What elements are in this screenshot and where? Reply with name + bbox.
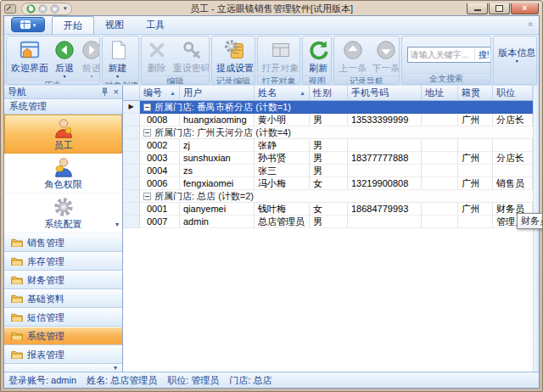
group-row-band: 所属门店: 总店 (计数=2) bbox=[140, 190, 533, 203]
cell-name: 张静 bbox=[255, 139, 310, 152]
group-row[interactable]: ▶所属门店: 番禺市桥分店 (计数=1) bbox=[123, 101, 533, 114]
ribbon-tab-row: ▾ 开始视图工具 « bbox=[4, 16, 539, 35]
column-header-user[interactable]: 用户 bbox=[180, 86, 255, 100]
sidebar-item-system-config[interactable]: 系统配置 bbox=[4, 193, 122, 233]
back-button[interactable]: 后退▾ bbox=[51, 37, 78, 79]
cell-name: 张三 bbox=[255, 165, 310, 177]
open-object-button[interactable]: 打开对象 bbox=[260, 37, 301, 75]
navigation-items: 员工角色权限系统配置▾ bbox=[4, 115, 122, 233]
cell-native-place bbox=[458, 139, 493, 152]
delete-button[interactable]: 删除 bbox=[143, 37, 171, 75]
close-icon: × bbox=[523, 4, 528, 13]
next-button[interactable]: 下一条 bbox=[369, 37, 399, 75]
maximize-button[interactable] bbox=[489, 3, 510, 14]
column-header-native-place[interactable]: 籍贯 bbox=[458, 86, 493, 100]
cell-native-place: 广州 bbox=[458, 203, 493, 216]
search-input[interactable] bbox=[408, 48, 474, 61]
position-tooltip: 财务员 bbox=[517, 213, 543, 229]
full-text-search: 搜! bbox=[404, 37, 492, 72]
commission-settings-button[interactable]: 提成设置 bbox=[214, 37, 255, 75]
qat-customize-caret-icon[interactable]: ▾ bbox=[64, 5, 67, 12]
ribbon-group-view: 刷新视图 bbox=[302, 36, 332, 85]
version-info-button[interactable]: 版本信息▾ bbox=[495, 37, 537, 72]
navigation-close-icon[interactable]: × bbox=[114, 87, 119, 97]
sidebar-item-role-permission[interactable]: 角色权限 bbox=[4, 154, 122, 193]
folder-icon bbox=[11, 276, 23, 285]
ribbon-button-label: 版本信息 bbox=[498, 47, 535, 59]
table-row[interactable]: 0008huangxiaoming黄小明男13533399999广州分店长 bbox=[123, 114, 533, 126]
column-header-address[interactable]: 地址 bbox=[422, 86, 458, 100]
folder-icon bbox=[11, 294, 23, 304]
cell-number: 0001 bbox=[140, 203, 180, 216]
column-header-mobile[interactable]: 手机号码 bbox=[348, 86, 422, 100]
ribbon-group-caption: 对象创建 bbox=[103, 80, 138, 85]
table-row[interactable]: 0003sunshuxian孙书贤男18377777888广州分店长 bbox=[123, 152, 533, 165]
reset-password-button[interactable]: 重设密码 bbox=[171, 37, 210, 75]
refresh-button[interactable]: 刷新 bbox=[305, 37, 332, 75]
collapse-minus-icon[interactable] bbox=[143, 193, 151, 200]
ribbon-group-version: 版本信息▾ bbox=[493, 36, 537, 85]
application-menu-button[interactable]: ▾ bbox=[11, 17, 45, 32]
open-window-icon bbox=[270, 39, 292, 61]
sidebar-group-system-mgmt[interactable]: 系统管理 bbox=[4, 327, 122, 345]
group-row[interactable]: 所属门店: 总店 (计数=2) bbox=[123, 190, 533, 203]
table-row[interactable]: 0002zj张静男 bbox=[123, 139, 533, 152]
ribbon-group-object-create: 新建▾对象创建 bbox=[102, 36, 139, 85]
sidebar-group-sales-mgmt[interactable]: 销售管理 bbox=[4, 233, 122, 252]
navigation-overflow-icon[interactable]: ▾ bbox=[115, 221, 119, 228]
qat-next-icon[interactable] bbox=[50, 4, 59, 14]
sidebar-item-employee[interactable]: 员工 bbox=[4, 115, 122, 154]
sidebar-group-label: 系统管理 bbox=[27, 330, 64, 343]
cell-address bbox=[422, 139, 458, 152]
previous-button[interactable]: 上一条 bbox=[336, 37, 369, 75]
sidebar-group-finance-mgmt[interactable]: 财务管理 bbox=[4, 271, 122, 289]
ribbon-button-label: 打开对象 bbox=[262, 62, 299, 75]
client-area: ▾ 开始视图工具 « 欢迎界面后退▾前进▾历史新建▾对象创建删除重设密码编辑提成… bbox=[3, 15, 540, 389]
folder-icon bbox=[11, 257, 23, 266]
back-arrow-icon bbox=[53, 39, 76, 61]
welcome-button[interactable]: 欢迎界面 bbox=[8, 37, 51, 79]
cell-user: qianyemei bbox=[180, 203, 255, 216]
cell-native-place bbox=[458, 165, 493, 177]
cell-mobile bbox=[348, 216, 422, 228]
gear-icon bbox=[53, 196, 75, 218]
sidebar-group-report-mgmt[interactable]: 报表管理 bbox=[4, 345, 122, 364]
status-item: 姓名: 总店管理员 bbox=[87, 374, 157, 387]
cell-address bbox=[422, 203, 458, 216]
row-indicator-cell bbox=[123, 114, 140, 126]
qat-refresh-icon[interactable] bbox=[26, 4, 36, 14]
pin-icon[interactable] bbox=[100, 87, 109, 97]
tab-view[interactable]: 视图 bbox=[94, 16, 135, 34]
group-row-label: 所属门店: 番禺市桥分店 (计数=1) bbox=[154, 101, 291, 114]
qat-previous-icon[interactable] bbox=[38, 4, 48, 14]
table-row[interactable]: 0006fengxiaomei冯小梅女13219900808广州销售员 bbox=[123, 177, 533, 190]
cell-number: 0008 bbox=[140, 114, 180, 126]
sidebar-group-inventory-mgmt[interactable]: 库存管理 bbox=[4, 252, 122, 271]
grid-header-row: 编号▲用户姓名▲性别手机号码地址籍贯职位 bbox=[123, 86, 533, 101]
collapse-minus-icon[interactable] bbox=[143, 104, 151, 111]
table-row[interactable]: 0007admin总店管理员男管理员 bbox=[123, 216, 533, 228]
ribbon-button-label: 上一条 bbox=[339, 62, 367, 75]
new-button[interactable]: 新建▾ bbox=[104, 37, 132, 79]
sidebar-group-basic-data[interactable]: 基础资料 bbox=[4, 289, 122, 308]
column-header-position[interactable]: 职位 bbox=[493, 86, 533, 100]
tab-tools[interactable]: 工具 bbox=[135, 16, 176, 34]
navigation-footer-chevron-icon[interactable]: ▾ bbox=[114, 364, 117, 372]
sidebar-group-sms-mgmt[interactable]: 短信管理 bbox=[4, 308, 122, 327]
column-header-gender[interactable]: 性别 bbox=[310, 86, 348, 100]
column-header-number[interactable]: 编号▲ bbox=[140, 86, 180, 100]
forward-button[interactable]: 前进▾ bbox=[78, 37, 100, 79]
tab-home[interactable]: 开始 bbox=[52, 16, 94, 34]
table-row[interactable]: 0001qianyemei钱叶梅女18684779993广州财务员 bbox=[123, 203, 533, 216]
ribbon-group-caption: 全文搜索 bbox=[402, 73, 491, 84]
column-header-name[interactable]: 姓名▲ bbox=[255, 86, 310, 100]
ribbon-group-record-nav: 上一条下一条记录导航 bbox=[333, 36, 399, 85]
ribbon-collapse-icon[interactable]: « bbox=[527, 22, 536, 27]
search-go-button[interactable]: 搜! bbox=[474, 49, 492, 61]
group-row-label: 所属门店: 总店 (计数=2) bbox=[154, 190, 254, 203]
minimize-button[interactable] bbox=[467, 3, 488, 14]
collapse-minus-icon[interactable] bbox=[143, 129, 151, 137]
close-button[interactable]: × bbox=[511, 3, 539, 14]
group-row[interactable]: 所属门店: 广州天河分店 (计数=4) bbox=[123, 126, 533, 139]
table-row[interactable]: 0004zs张三男 bbox=[123, 165, 533, 177]
